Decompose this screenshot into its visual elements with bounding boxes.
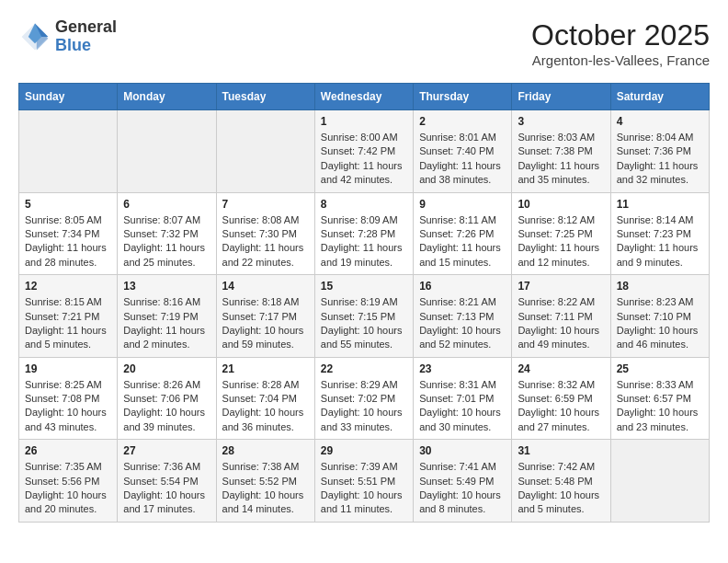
calendar-cell: 3Sunrise: 8:03 AMSunset: 7:38 PMDaylight… (512, 110, 610, 193)
day-number: 15 (321, 280, 407, 293)
day-info: Sunrise: 7:41 AMSunset: 5:49 PMDaylight:… (419, 460, 506, 517)
calendar-header: SundayMondayTuesdayWednesdayThursdayFrid… (19, 84, 710, 110)
day-info: Sunrise: 8:31 AMSunset: 7:01 PMDaylight:… (419, 378, 506, 435)
calendar-cell: 10Sunrise: 8:12 AMSunset: 7:25 PMDayligh… (512, 192, 610, 275)
day-info: Sunrise: 8:08 AMSunset: 7:30 PMDaylight:… (222, 213, 309, 270)
day-number: 1 (321, 115, 407, 128)
day-number: 10 (518, 198, 604, 211)
calendar-cell: 13Sunrise: 8:16 AMSunset: 7:19 PMDayligh… (118, 275, 216, 358)
day-number: 20 (123, 362, 210, 375)
day-number: 24 (518, 362, 604, 375)
day-number: 21 (222, 362, 309, 375)
day-number: 2 (419, 115, 506, 128)
calendar-cell: 9Sunrise: 8:11 AMSunset: 7:26 PMDaylight… (414, 192, 512, 275)
calendar-cell (19, 110, 118, 193)
calendar-cell: 12Sunrise: 8:15 AMSunset: 7:21 PMDayligh… (19, 275, 118, 358)
calendar-cell: 20Sunrise: 8:26 AMSunset: 7:06 PMDayligh… (118, 357, 216, 440)
calendar-cell: 14Sunrise: 8:18 AMSunset: 7:17 PMDayligh… (216, 275, 314, 358)
day-number: 27 (123, 444, 210, 457)
calendar-cell: 30Sunrise: 7:41 AMSunset: 5:49 PMDayligh… (414, 440, 512, 523)
calendar-cell: 27Sunrise: 7:36 AMSunset: 5:54 PMDayligh… (118, 440, 216, 523)
day-info: Sunrise: 8:23 AMSunset: 7:10 PMDaylight:… (617, 295, 703, 352)
day-info: Sunrise: 8:25 AMSunset: 7:08 PMDaylight:… (25, 378, 111, 435)
day-info: Sunrise: 7:35 AMSunset: 5:56 PMDaylight:… (25, 460, 111, 517)
day-info: Sunrise: 8:18 AMSunset: 7:17 PMDaylight:… (222, 295, 309, 352)
calendar-cell: 21Sunrise: 8:28 AMSunset: 7:04 PMDayligh… (216, 357, 314, 440)
calendar-table: SundayMondayTuesdayWednesdayThursdayFrid… (18, 83, 710, 523)
calendar-cell: 2Sunrise: 8:01 AMSunset: 7:40 PMDaylight… (414, 110, 512, 193)
title-block: October 2025 Argenton-les-Vallees, Franc… (531, 18, 710, 68)
day-info: Sunrise: 7:42 AMSunset: 5:48 PMDaylight:… (518, 460, 604, 517)
calendar-cell: 22Sunrise: 8:29 AMSunset: 7:02 PMDayligh… (314, 357, 413, 440)
day-info: Sunrise: 8:26 AMSunset: 7:06 PMDaylight:… (123, 378, 210, 435)
day-number: 11 (617, 198, 703, 211)
calendar-cell: 18Sunrise: 8:23 AMSunset: 7:10 PMDayligh… (610, 275, 709, 358)
calendar-cell: 5Sunrise: 8:05 AMSunset: 7:34 PMDaylight… (19, 192, 118, 275)
day-of-week-monday: Monday (118, 84, 216, 110)
day-number: 9 (419, 198, 506, 211)
day-of-week-tuesday: Tuesday (216, 84, 314, 110)
calendar-cell: 16Sunrise: 8:21 AMSunset: 7:13 PMDayligh… (414, 275, 512, 358)
day-number: 28 (222, 444, 309, 457)
day-number: 30 (419, 444, 506, 457)
day-info: Sunrise: 8:12 AMSunset: 7:25 PMDaylight:… (518, 213, 604, 270)
calendar-week-3: 12Sunrise: 8:15 AMSunset: 7:21 PMDayligh… (19, 275, 710, 358)
day-number: 16 (419, 280, 506, 293)
day-info: Sunrise: 7:39 AMSunset: 5:51 PMDaylight:… (321, 460, 407, 517)
day-info: Sunrise: 8:00 AMSunset: 7:42 PMDaylight:… (321, 131, 407, 188)
day-number: 18 (617, 280, 703, 293)
day-number: 7 (222, 198, 309, 211)
calendar-cell: 19Sunrise: 8:25 AMSunset: 7:08 PMDayligh… (19, 357, 118, 440)
calendar-cell: 8Sunrise: 8:09 AMSunset: 7:28 PMDaylight… (314, 192, 413, 275)
day-info: Sunrise: 8:05 AMSunset: 7:34 PMDaylight:… (25, 213, 111, 270)
day-info: Sunrise: 8:11 AMSunset: 7:26 PMDaylight:… (419, 213, 506, 270)
calendar-cell: 11Sunrise: 8:14 AMSunset: 7:23 PMDayligh… (610, 192, 709, 275)
day-info: Sunrise: 8:28 AMSunset: 7:04 PMDaylight:… (222, 378, 309, 435)
day-number: 19 (25, 362, 111, 375)
day-of-week-wednesday: Wednesday (314, 84, 413, 110)
days-of-week-row: SundayMondayTuesdayWednesdayThursdayFrid… (19, 84, 710, 110)
calendar-cell: 29Sunrise: 7:39 AMSunset: 5:51 PMDayligh… (314, 440, 413, 523)
day-info: Sunrise: 8:22 AMSunset: 7:11 PMDaylight:… (518, 295, 604, 352)
calendar-body: 1Sunrise: 8:00 AMSunset: 7:42 PMDaylight… (19, 110, 710, 523)
day-info: Sunrise: 8:09 AMSunset: 7:28 PMDaylight:… (321, 213, 407, 270)
calendar-cell: 6Sunrise: 8:07 AMSunset: 7:32 PMDaylight… (118, 192, 216, 275)
day-info: Sunrise: 7:38 AMSunset: 5:52 PMDaylight:… (222, 460, 309, 517)
day-of-week-sunday: Sunday (19, 84, 118, 110)
calendar-cell: 28Sunrise: 7:38 AMSunset: 5:52 PMDayligh… (216, 440, 314, 523)
day-number: 31 (518, 444, 604, 457)
day-number: 5 (25, 198, 111, 211)
day-info: Sunrise: 8:15 AMSunset: 7:21 PMDaylight:… (25, 295, 111, 352)
day-info: Sunrise: 7:36 AMSunset: 5:54 PMDaylight:… (123, 460, 210, 517)
calendar-cell: 24Sunrise: 8:32 AMSunset: 6:59 PMDayligh… (512, 357, 610, 440)
day-info: Sunrise: 8:19 AMSunset: 7:15 PMDaylight:… (321, 295, 407, 352)
calendar-cell (118, 110, 216, 193)
day-number: 14 (222, 280, 309, 293)
day-number: 4 (617, 115, 703, 128)
calendar-week-5: 26Sunrise: 7:35 AMSunset: 5:56 PMDayligh… (19, 440, 710, 523)
logo: General Blue (18, 18, 117, 55)
logo-text: General Blue (55, 18, 117, 55)
day-number: 29 (321, 444, 407, 457)
calendar-cell: 15Sunrise: 8:19 AMSunset: 7:15 PMDayligh… (314, 275, 413, 358)
day-info: Sunrise: 8:21 AMSunset: 7:13 PMDaylight:… (419, 295, 506, 352)
logo-general-text: General (55, 18, 117, 37)
calendar-cell: 31Sunrise: 7:42 AMSunset: 5:48 PMDayligh… (512, 440, 610, 523)
calendar-cell: 17Sunrise: 8:22 AMSunset: 7:11 PMDayligh… (512, 275, 610, 358)
day-info: Sunrise: 8:16 AMSunset: 7:19 PMDaylight:… (123, 295, 210, 352)
day-number: 12 (25, 280, 111, 293)
day-number: 13 (123, 280, 210, 293)
day-of-week-friday: Friday (512, 84, 610, 110)
day-number: 22 (321, 362, 407, 375)
calendar-cell: 25Sunrise: 8:33 AMSunset: 6:57 PMDayligh… (610, 357, 709, 440)
logo-blue-text: Blue (55, 37, 117, 55)
logo-icon (18, 20, 51, 53)
day-info: Sunrise: 8:14 AMSunset: 7:23 PMDaylight:… (617, 213, 703, 270)
day-info: Sunrise: 8:01 AMSunset: 7:40 PMDaylight:… (419, 131, 506, 188)
day-info: Sunrise: 8:03 AMSunset: 7:38 PMDaylight:… (518, 131, 604, 188)
calendar-cell: 4Sunrise: 8:04 AMSunset: 7:36 PMDaylight… (610, 110, 709, 193)
day-info: Sunrise: 8:29 AMSunset: 7:02 PMDaylight:… (321, 378, 407, 435)
calendar-cell (610, 440, 709, 523)
calendar-cell: 1Sunrise: 8:00 AMSunset: 7:42 PMDaylight… (314, 110, 413, 193)
day-of-week-thursday: Thursday (414, 84, 512, 110)
